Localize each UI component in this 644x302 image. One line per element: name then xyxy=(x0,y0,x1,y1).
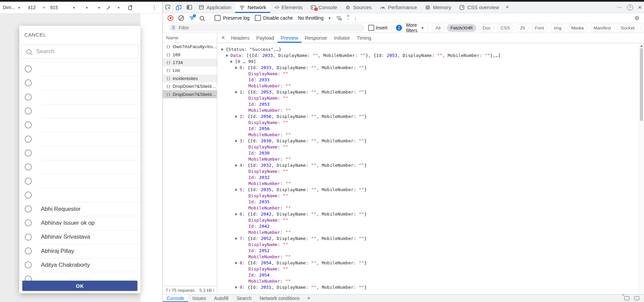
drawer-tab-autofill[interactable]: Autofill xyxy=(210,295,232,302)
radio-button[interactable] xyxy=(25,121,32,128)
drawer-tab-network-conditions[interactable]: Network conditions xyxy=(256,295,304,302)
chip-wasm[interactable]: Wasm xyxy=(641,24,644,32)
list-item[interactable]: Abhiraj Pillay xyxy=(19,244,140,258)
table-row[interactable]: {}List xyxy=(163,66,217,74)
expand-arrow-icon[interactable] xyxy=(226,54,228,57)
chip-font[interactable]: Font xyxy=(531,24,548,32)
list-item[interactable] xyxy=(19,118,140,132)
table-row[interactable]: {}1734 xyxy=(163,59,217,66)
chip-css[interactable]: CSS xyxy=(497,24,514,32)
preserve-log-checkbox[interactable] xyxy=(215,15,221,21)
list-item[interactable]: Aditya Chakraborty xyxy=(19,258,140,272)
chevron-down-icon[interactable]: ▾ xyxy=(329,16,331,20)
expand-arrow-icon[interactable] xyxy=(235,91,238,94)
network-search-icon[interactable] xyxy=(200,16,204,20)
more-filters-button[interactable]: More filters xyxy=(406,22,417,33)
throttle-dropdown-icon[interactable]: ▾ xyxy=(86,2,88,13)
expand-arrow-icon[interactable] xyxy=(235,115,238,118)
radio-button[interactable] xyxy=(25,192,32,199)
device-width-field[interactable]: 412 xyxy=(28,2,36,13)
table-row[interactable]: {}DropDown?&SiteId… xyxy=(163,82,217,90)
radio-button[interactable] xyxy=(25,247,32,255)
expand-arrow-icon[interactable] xyxy=(235,140,238,142)
tab-payload[interactable]: Payload xyxy=(253,33,277,43)
tab-css-overview[interactable]: CSS overview xyxy=(455,2,503,13)
list-item[interactable] xyxy=(19,160,140,174)
scrollbar[interactable]: ▲ xyxy=(639,43,644,294)
tab-preview[interactable]: Preview xyxy=(277,33,302,43)
filter-input-pill[interactable]: ☰ xyxy=(169,24,364,32)
list-item[interactable] xyxy=(19,272,140,281)
list-item[interactable] xyxy=(19,76,140,90)
disable-cache-checkbox[interactable] xyxy=(255,15,261,21)
expand-arrow-icon[interactable] xyxy=(235,286,238,289)
undock-drawer-icon[interactable]: ↶ xyxy=(624,295,629,302)
chip-manifest[interactable]: Manifest xyxy=(590,24,615,32)
invert-checkbox[interactable] xyxy=(368,25,374,31)
more-options-icon[interactable]: ⋯ xyxy=(615,2,625,13)
ok-button[interactable]: OK xyxy=(22,281,137,291)
device-toolbar-toggle-button[interactable] xyxy=(173,2,184,13)
tab-headers[interactable]: Headers xyxy=(228,33,253,43)
chip-socket[interactable]: Socket xyxy=(617,24,638,32)
tab-memory[interactable]: Memory xyxy=(421,2,455,13)
radio-button[interactable] xyxy=(25,276,32,281)
tab-initiator[interactable]: Initiator xyxy=(331,33,354,43)
filter-input[interactable] xyxy=(178,25,355,31)
dock-side-button[interactable] xyxy=(184,2,195,13)
tab-network[interactable]: Network xyxy=(235,2,270,13)
zoom-dropdown-icon[interactable]: ▾ xyxy=(73,2,75,13)
radio-button[interactable] xyxy=(25,65,32,73)
kebab-menu-icon[interactable]: ⋮ xyxy=(152,2,157,13)
list-item[interactable] xyxy=(19,146,140,160)
expand-arrow-icon[interactable] xyxy=(235,262,238,264)
list-item[interactable] xyxy=(19,132,140,146)
request-list-header[interactable]: Name xyxy=(163,33,217,43)
radio-button[interactable] xyxy=(25,234,32,241)
add-drawer-tab-button[interactable]: + xyxy=(304,295,314,302)
throttling-select[interactable]: No throttling xyxy=(298,15,324,21)
scrollbar-thumb[interactable] xyxy=(640,48,643,121)
tab-application[interactable]: Application xyxy=(195,2,235,13)
radio-button[interactable] xyxy=(25,79,32,86)
table-row[interactable]: {}169 xyxy=(163,51,217,58)
network-settings-gear-icon[interactable]: ⚙ xyxy=(635,15,639,21)
dropdown-icon[interactable]: ▾ xyxy=(98,2,100,13)
radio-button[interactable] xyxy=(25,178,32,185)
chip-img[interactable]: Img xyxy=(550,24,565,32)
radio-button[interactable] xyxy=(25,163,32,170)
dropdown-icon[interactable]: ▾ xyxy=(118,2,119,13)
list-item[interactable]: Abhinav Issuer ok op xyxy=(19,216,140,230)
radio-button[interactable] xyxy=(25,149,32,157)
chevron-down-icon[interactable]: ▾ xyxy=(421,26,423,30)
tab-performance[interactable]: Performance xyxy=(376,2,421,13)
list-item[interactable]: Abhinav Srivastava xyxy=(19,230,140,244)
help-icon[interactable]: ? xyxy=(625,2,636,13)
chip-media[interactable]: Media xyxy=(568,24,587,32)
chevron-down-icon[interactable]: ▾ xyxy=(18,2,20,13)
radio-button[interactable] xyxy=(25,205,32,213)
clear-button[interactable] xyxy=(178,15,184,21)
close-devtools-icon[interactable]: × xyxy=(636,2,644,13)
list-item[interactable] xyxy=(19,188,140,202)
radio-button[interactable] xyxy=(25,107,32,115)
tab-console[interactable]: × Console xyxy=(307,2,341,13)
cancel-button[interactable]: CANCEL xyxy=(24,32,46,38)
export-har-icon[interactable]: ↓ xyxy=(354,15,357,21)
filter-toggle-icon[interactable]: × xyxy=(189,16,195,20)
expand-drawer-icon[interactable]: ↓ xyxy=(634,295,639,302)
tab-sources[interactable]: Sources xyxy=(341,2,376,13)
expand-arrow-icon[interactable] xyxy=(235,66,238,69)
tab-timing[interactable]: Timing xyxy=(353,33,375,43)
expand-arrow-icon[interactable] xyxy=(235,237,238,240)
table-row-selected[interactable]: {}DropDown?&SiteId… xyxy=(163,90,217,98)
record-button[interactable] xyxy=(168,15,173,21)
list-item[interactable] xyxy=(19,104,140,118)
close-detail-icon[interactable]: × xyxy=(219,34,228,41)
list-item[interactable] xyxy=(19,174,140,188)
expand-arrow-icon[interactable] xyxy=(235,188,238,191)
search-box[interactable] xyxy=(21,44,138,59)
radio-button[interactable] xyxy=(25,261,32,268)
expand-arrow-icon[interactable] xyxy=(230,60,233,63)
more-tabs-button[interactable]: + xyxy=(503,2,512,13)
